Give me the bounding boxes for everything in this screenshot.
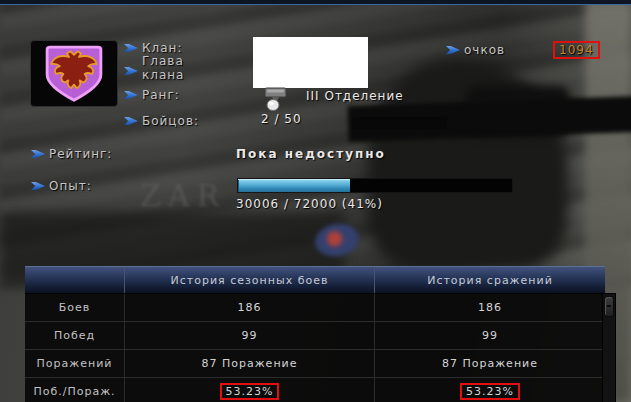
fighters-value: 2 / 50 (261, 112, 302, 126)
row-label: Поб./Пораж. (25, 378, 125, 402)
arrow-icon (31, 148, 45, 160)
clan-name-censored-box (253, 37, 368, 88)
ratio-annotation-box: 53.23% (220, 383, 280, 400)
leader-label-line1: Глава (142, 54, 184, 68)
table-row: Побед 99 99 (25, 322, 605, 350)
experience-label: Опыт: (49, 179, 92, 193)
clan-emblem (30, 40, 118, 107)
ratio-annotation-box: 53.23% (460, 383, 520, 400)
points-label-field: очков (446, 43, 505, 57)
clan-emblem-shield-icon (38, 45, 110, 103)
experience-label-field: Опыт: (31, 179, 92, 193)
arrow-icon (124, 65, 138, 77)
arrow-icon (124, 89, 138, 101)
row-label: Боев (25, 294, 125, 321)
table-row: Поражений 87 Поражение 87 Поражение (25, 350, 605, 378)
rating-label: Рейтинг: (49, 147, 112, 161)
experience-progress-fill (238, 179, 350, 192)
clan-label-field: Клан: (124, 41, 182, 55)
leader-label: Глава клана (142, 54, 184, 82)
leader-label-line2: клана (142, 68, 184, 82)
experience-progress-bar (237, 178, 513, 193)
row-seasonal-value: 99 (125, 322, 375, 349)
table-row: Поб./Пораж. 53.23% 53.23% (25, 378, 605, 402)
points-value: 1094 (553, 41, 600, 59)
row-seasonal-value: 87 Поражение (125, 350, 375, 377)
leader-arrow-field (124, 64, 138, 77)
experience-value: 30006 / 72000 (41%) (236, 197, 383, 211)
table-header-empty (25, 267, 125, 293)
row-label: Поражений (25, 350, 125, 377)
row-overall-value: 99 (375, 322, 605, 349)
row-overall-value: 53.23% (375, 378, 605, 402)
table-header-row: История сезонных боев История сражений (25, 266, 605, 294)
background-gun-barrel (352, 117, 447, 129)
table-header-seasonal: История сезонных боев (125, 267, 375, 293)
arrow-icon (124, 115, 138, 127)
rating-label-field: Рейтинг: (31, 147, 112, 161)
table-header-overall: История сражений (375, 267, 605, 293)
fighters-label: Бойцов: (142, 114, 199, 128)
table-row: Боев 186 186 (25, 294, 605, 322)
table-scrollbar-track[interactable] (602, 293, 616, 402)
battle-history-table: История сезонных боев История сражений Б… (25, 266, 605, 402)
rank-label: Ранг: (142, 88, 180, 102)
arrow-icon (446, 44, 460, 56)
clan-info-screen: ZAR Клан: Глава клана Ранг: Бойцов: Рейт… (0, 0, 631, 402)
row-seasonal-value: 186 (125, 294, 375, 321)
background-shoulder-patch (313, 220, 362, 259)
points-annotation-box: 1094 (553, 41, 600, 59)
row-overall-value: 186 (375, 294, 605, 321)
row-overall-value: 87 Поражение (375, 350, 605, 377)
background-helmet (466, 86, 570, 136)
arrow-icon (124, 42, 138, 54)
fighters-label-field: Бойцов: (124, 114, 199, 128)
rank-value: III Отделение (306, 89, 404, 103)
window-top-bar (0, 0, 631, 5)
points-label: очков (464, 43, 505, 57)
rating-value: Пока недоступно (236, 147, 386, 161)
table-scrollbar-thumb[interactable] (604, 296, 614, 317)
row-label: Побед (25, 322, 125, 349)
arrow-icon (31, 180, 45, 192)
row-seasonal-value: 53.23% (125, 378, 375, 402)
clan-label: Клан: (142, 41, 182, 55)
rank-label-field: Ранг: (124, 88, 180, 102)
